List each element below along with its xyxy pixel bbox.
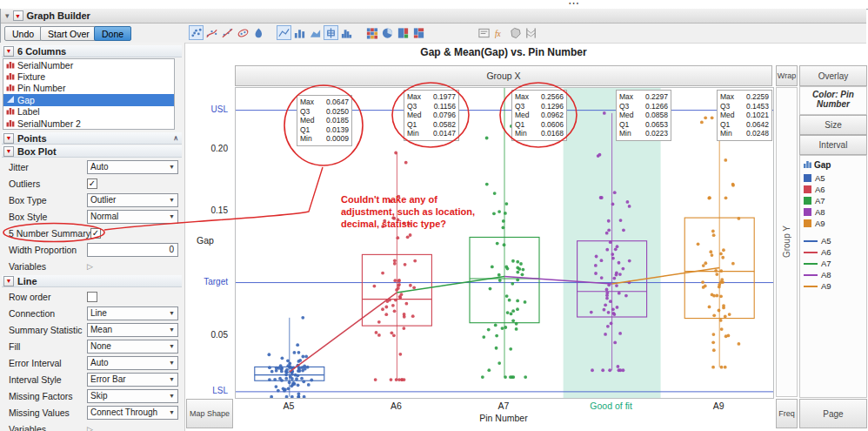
control-row-variables: Variables▷ xyxy=(0,258,184,274)
overlay-dropzone[interactable]: Overlay xyxy=(799,65,867,86)
jitter-select[interactable]: Auto▼ xyxy=(87,160,178,174)
control-row-5-number-summary: 5 Number Summary✓ xyxy=(0,225,184,241)
column-item-fixture[interactable]: Fixture xyxy=(3,71,174,82)
box-type-select[interactable]: Outlier▼ xyxy=(87,193,178,207)
interval-dropzone[interactable]: Interval xyxy=(799,135,867,155)
plot-area[interactable]: Max0.0647Q30.0250Med0.0185Q10.0139Min0.0… xyxy=(235,87,774,399)
graph-icon-pie[interactable] xyxy=(380,25,395,40)
column-label: Fixture xyxy=(17,71,45,82)
missing-values-select[interactable]: Connect Through▼ xyxy=(87,406,178,420)
column-item-serialnumber-2[interactable]: SerialNumber 2 xyxy=(3,118,174,129)
x-label-a9: A9 xyxy=(675,401,762,411)
graph-icon-caption-box[interactable] xyxy=(477,25,491,40)
y-axis-label[interactable]: Gap xyxy=(197,235,214,246)
graph-icon-map-shape[interactable] xyxy=(508,25,523,40)
done-button[interactable]: Done xyxy=(94,26,131,41)
interval-style-select[interactable]: Error Bar▼ xyxy=(87,373,178,387)
column-item-gap[interactable]: Gap xyxy=(3,94,174,105)
summary-stats-a9: Max0.2259Q30.1453Med0.1021Q10.0642Min0.0… xyxy=(717,90,772,141)
red-triangle-menu-icon[interactable]: ▼ xyxy=(3,133,14,144)
boxplot-controls: JitterAuto▼Outliers✓Box TypeOutlier▼Box … xyxy=(0,158,184,274)
red-triangle-menu-icon[interactable]: ▼ xyxy=(13,10,23,21)
legend-line-item-a9[interactable]: A9 xyxy=(804,280,863,292)
connection-select[interactable]: Line▼ xyxy=(87,306,178,320)
control-row-interval-style: Interval StyleError Bar▼ xyxy=(0,371,184,387)
page-dropzone[interactable]: Page xyxy=(799,399,867,428)
legend-item-a7[interactable]: A7 xyxy=(804,195,863,206)
nominal-column-icon xyxy=(6,71,15,82)
variables-disclosure-icon[interactable]: ▷ xyxy=(87,262,93,271)
graph-icon-parallel[interactable] xyxy=(524,25,538,40)
column-label: SerialNumber xyxy=(17,60,73,71)
legend-title: Gap xyxy=(814,160,831,170)
line-section-header[interactable]: ▼ Line xyxy=(2,275,182,287)
5-number-summary-checkbox[interactable]: ✓ xyxy=(90,228,101,239)
legend-line-item-a6[interactable]: A6 xyxy=(804,246,863,258)
graph-icon-histogram[interactable] xyxy=(339,25,354,40)
undo-button[interactable]: Undo xyxy=(4,26,42,41)
control-label: Variables xyxy=(9,261,87,272)
chevron-down-icon: ▼ xyxy=(169,164,175,170)
map-shape-dropzone[interactable]: Map Shape xyxy=(186,399,233,428)
group-x-dropzone[interactable]: Group X xyxy=(235,65,772,86)
graph-icon-mosaic[interactable] xyxy=(411,25,426,40)
group-y-dropzone[interactable]: Group Y xyxy=(776,87,798,397)
legend-line-item-a7[interactable]: A7 xyxy=(804,258,863,269)
width-proportion-input[interactable]: 0 xyxy=(87,243,178,257)
column-item-label[interactable]: Label xyxy=(3,106,174,118)
red-triangle-menu-icon[interactable]: ▼ xyxy=(3,46,14,57)
legend-color-swatch xyxy=(804,208,811,216)
legend-item-a9[interactable]: A9 xyxy=(804,218,863,229)
scroll-up-icon[interactable]: ∧ xyxy=(173,134,178,142)
points-section-header[interactable]: ▼ Points ∧ xyxy=(2,132,182,145)
legend-line-swatch xyxy=(804,274,818,276)
chevron-down-icon: ▼ xyxy=(169,213,175,219)
graph-icon-heatmap[interactable] xyxy=(364,25,379,40)
legend-line-item-a8[interactable]: A8 xyxy=(804,269,863,280)
red-triangle-menu-icon[interactable]: ▼ xyxy=(3,146,14,157)
missing-factors-select[interactable]: Skip▼ xyxy=(87,389,178,403)
legend-item-a5[interactable]: A5 xyxy=(804,172,863,184)
legend-line-item-a5[interactable]: A5 xyxy=(804,235,863,246)
wrap-dropzone[interactable]: Wrap xyxy=(776,65,798,86)
summary-stats-a5: Max0.0647Q30.0250Med0.0185Q10.0139Min0.0… xyxy=(297,95,352,146)
x-label-good-of-fit: Good of fit xyxy=(568,401,655,411)
control-row-jitter: JitterAuto▼ xyxy=(0,158,184,175)
outline-collapse-icon[interactable]: ▾ xyxy=(5,11,10,20)
outliers-checkbox[interactable]: ✓ xyxy=(87,178,97,189)
graph-icon-line[interactable] xyxy=(277,25,291,40)
size-dropzone[interactable]: Size xyxy=(799,115,867,135)
graph-icon-smoother[interactable] xyxy=(204,25,219,40)
graph-icon-treemap[interactable] xyxy=(396,25,411,40)
control-label: Variables xyxy=(9,424,87,431)
freq-dropzone[interactable]: Freq xyxy=(776,399,798,428)
boxplot-section-header[interactable]: ▼ Box Plot xyxy=(2,145,182,158)
red-triangle-menu-icon[interactable]: ▼ xyxy=(3,276,14,286)
graph-icon-box-plot[interactable] xyxy=(324,25,338,40)
graph-icon-points[interactable] xyxy=(189,25,204,40)
error-interval-select[interactable]: Auto▼ xyxy=(87,356,178,370)
column-item-pin-number[interactable]: Pin Number xyxy=(3,83,174,94)
graph-icon-line-of-fit[interactable] xyxy=(220,25,235,40)
column-item-serialnumber[interactable]: SerialNumber xyxy=(3,59,174,71)
jmp-graph-builder-screen: ⋯ ▾ ▼ Graph Builder Undo Start Over Done… xyxy=(0,0,868,431)
columns-section-header[interactable]: ▼ 6 Columns xyxy=(2,45,182,57)
graph-icon-contour[interactable] xyxy=(251,25,266,40)
fill-select[interactable]: None▼ xyxy=(87,340,178,354)
start-over-button[interactable]: Start Over xyxy=(40,26,97,41)
legend-item-a6[interactable]: A6 xyxy=(804,184,863,195)
control-row-box-type: Box TypeOutlier▼ xyxy=(0,192,184,208)
graph-icon-formula[interactable]: fx xyxy=(492,25,507,40)
row-order-checkbox[interactable] xyxy=(87,292,97,302)
graph-icon-bar[interactable] xyxy=(292,25,307,40)
box-style-select[interactable]: Normal▼ xyxy=(87,210,178,224)
x-axis-label[interactable]: Pin Number xyxy=(235,413,772,423)
x-label-a5: A5 xyxy=(245,401,332,411)
graph-icon-ellipse[interactable] xyxy=(236,25,250,40)
control-label: Row order xyxy=(9,292,87,302)
variables-disclosure-icon[interactable]: ▷ xyxy=(87,425,93,431)
summary-statistic-select[interactable]: Mean▼ xyxy=(87,323,178,337)
x-axis[interactable]: A5A6A7Good of fitA9 xyxy=(235,400,772,412)
graph-icon-area[interactable] xyxy=(308,25,323,40)
legend-item-a8[interactable]: A8 xyxy=(804,206,863,218)
